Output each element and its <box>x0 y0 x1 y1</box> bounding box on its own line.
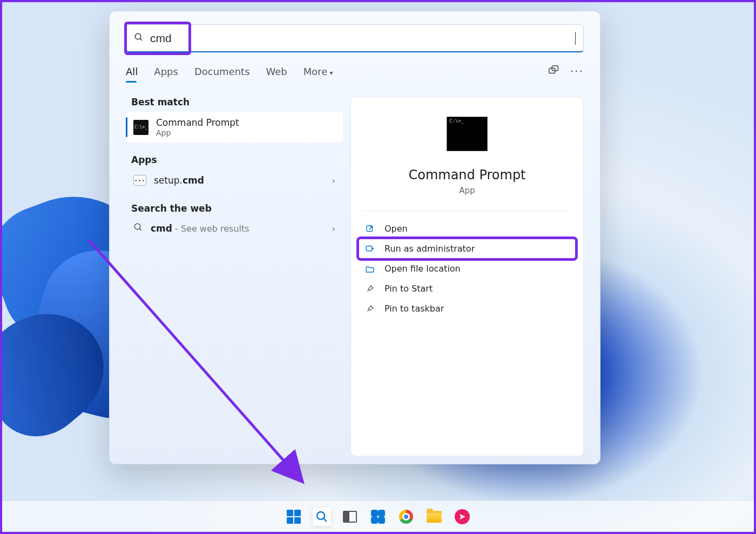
chevron-right-icon: › <box>332 224 335 234</box>
start-button[interactable] <box>285 508 303 526</box>
search-icon <box>134 32 144 44</box>
preview-pane: Command Prompt App Open Run as administr… <box>350 97 584 456</box>
command-prompt-icon: C:\>_ <box>133 120 148 135</box>
taskbar-search-button[interactable] <box>313 508 331 526</box>
action-label: Pin to Start <box>384 283 433 294</box>
result-subtitle: App <box>156 129 239 137</box>
task-view-button[interactable] <box>341 508 359 526</box>
pin-icon <box>365 284 375 294</box>
section-search-web: Search the web <box>126 203 343 214</box>
action-pin-to-start[interactable]: Pin to Start <box>359 279 576 299</box>
result-title: Command Prompt <box>156 117 239 128</box>
tab-apps[interactable]: Apps <box>154 66 178 77</box>
svg-line-10 <box>323 518 327 522</box>
chrome-icon <box>399 510 413 524</box>
action-label: Open file location <box>384 263 461 274</box>
widgets-icon <box>372 510 384 523</box>
section-apps: Apps <box>126 154 343 165</box>
search-input[interactable] <box>150 32 572 45</box>
action-open-file-location[interactable]: Open file location <box>359 259 576 279</box>
action-label: Run as administrator <box>384 244 475 254</box>
more-options-icon[interactable]: ··· <box>570 65 584 78</box>
taskbar-pinned-app[interactable]: ➤ <box>453 508 471 526</box>
search-box[interactable] <box>126 24 584 52</box>
action-label: Open <box>384 224 408 234</box>
preview-title: Command Prompt <box>408 167 525 182</box>
svg-point-9 <box>317 512 325 519</box>
action-run-as-administrator[interactable]: Run as administrator <box>359 239 576 259</box>
pin-icon <box>365 304 375 314</box>
web-query: cmd - See web results <box>151 223 249 234</box>
taskbar: ➤ <box>2 501 754 532</box>
preview-subtitle: App <box>459 186 475 195</box>
action-open[interactable]: Open <box>359 219 576 239</box>
tab-documents[interactable]: Documents <box>194 66 250 77</box>
divider <box>364 211 570 211</box>
taskbar-chrome[interactable] <box>397 508 415 526</box>
chevron-down-icon: ▾ <box>329 69 333 77</box>
chevron-right-icon: › <box>332 175 335 186</box>
feedback-icon[interactable] <box>548 64 559 78</box>
windows-logo-icon <box>287 510 301 524</box>
svg-line-1 <box>140 38 142 40</box>
result-command-prompt[interactable]: C:\>_ Command Prompt App <box>126 112 343 143</box>
folder-icon <box>365 264 375 274</box>
start-search-panel: All Apps Documents Web More▾ ··· Best ma… <box>109 11 600 464</box>
action-pin-to-taskbar[interactable]: Pin to taskbar <box>359 299 576 319</box>
results-column: Best match C:\>_ Command Prompt App Apps… <box>126 97 343 456</box>
svg-point-4 <box>134 224 140 229</box>
svg-line-5 <box>139 228 141 231</box>
svg-rect-7 <box>366 246 372 251</box>
taskbar-file-explorer[interactable] <box>425 508 443 526</box>
tab-all[interactable]: All <box>126 66 138 77</box>
task-view-icon <box>343 511 357 523</box>
batch-file-icon: ••• <box>133 175 146 186</box>
app-icon: ➤ <box>455 509 470 524</box>
search-filter-tabs: All Apps Documents Web More▾ ··· <box>126 64 584 78</box>
text-caret <box>575 32 576 45</box>
shield-admin-icon <box>365 244 375 254</box>
tab-web[interactable]: Web <box>266 66 287 77</box>
open-icon <box>365 224 375 234</box>
file-explorer-icon <box>427 511 442 523</box>
search-icon <box>133 222 143 234</box>
result-web-cmd[interactable]: cmd - See web results › <box>126 217 343 240</box>
tab-more[interactable]: More▾ <box>303 66 333 77</box>
widgets-button[interactable] <box>369 508 387 526</box>
svg-point-0 <box>135 33 141 39</box>
action-label: Pin to taskbar <box>384 303 444 314</box>
command-prompt-icon-large <box>447 117 488 151</box>
section-best-match: Best match <box>126 97 343 107</box>
result-setup-cmd[interactable]: ••• setup.cmd › <box>126 170 343 191</box>
result-title: setup.cmd <box>154 175 204 186</box>
